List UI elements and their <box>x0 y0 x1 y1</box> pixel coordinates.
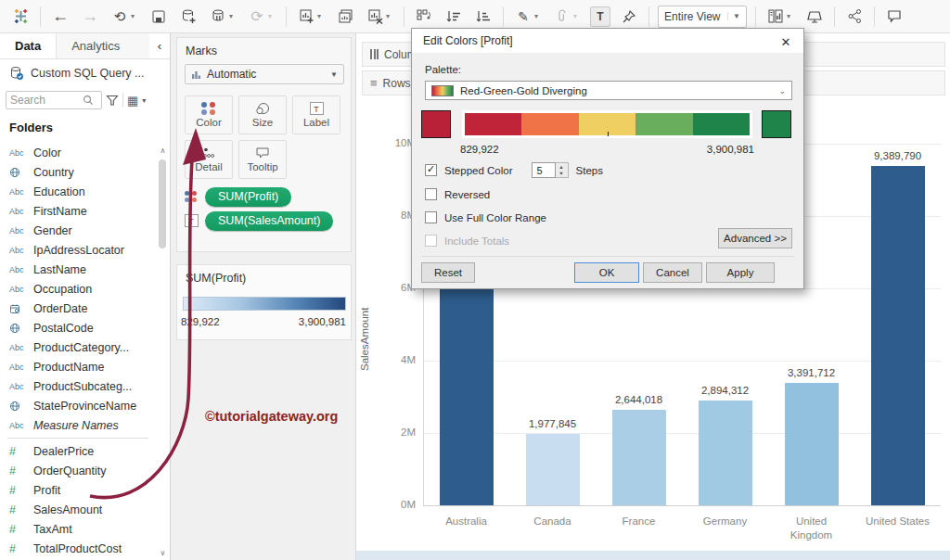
scrollbar-thumb[interactable] <box>159 159 166 248</box>
field-item-measure-names[interactable]: AbcMeasure Names <box>0 415 156 435</box>
fix-axes-icon[interactable] <box>618 6 640 28</box>
field-item-gender[interactable]: AbcGender <box>0 221 156 240</box>
field-item-color[interactable]: AbcColor <box>0 143 156 162</box>
swap-rows-columns-icon[interactable] <box>413 6 435 28</box>
presentation-mode-icon[interactable] <box>803 6 826 28</box>
highlight-caret-icon[interactable]: ▾ <box>534 12 544 20</box>
palette-step-2[interactable] <box>521 113 578 135</box>
reversed-checkbox[interactable] <box>425 188 437 200</box>
cancel-button[interactable]: Cancel <box>643 262 702 283</box>
replay-caret-icon[interactable]: ▾ <box>131 12 140 20</box>
steps-spinner[interactable]: ▲▼ <box>556 162 569 178</box>
field-item-productname[interactable]: AbcProductName <box>0 357 156 376</box>
palette-step-1[interactable] <box>465 113 521 135</box>
datasource-item[interactable]: Custom SQL Query ... <box>0 59 170 87</box>
view-as-grid-icon[interactable]: ▦ <box>127 94 138 108</box>
field-item-dealerprice[interactable]: #DealerPrice <box>0 441 156 461</box>
palette-step-5[interactable] <box>693 113 750 135</box>
collapse-pane-icon[interactable]: ‹ <box>149 33 170 58</box>
field-item-firstname[interactable]: AbcFirstName <box>0 201 156 221</box>
field-item-education[interactable]: AbcEducation <box>0 182 156 201</box>
search-input[interactable] <box>10 94 83 107</box>
field-item-salesamount[interactable]: #SalesAmount <box>0 500 156 519</box>
steps-input[interactable]: 5 <box>532 162 556 178</box>
cards-caret-icon[interactable]: ▾ <box>787 12 796 20</box>
ok-button[interactable]: OK <box>574 262 639 283</box>
bar-australia[interactable] <box>440 289 494 505</box>
field-item-productsubcateg[interactable]: AbcProductSubcateg... <box>0 376 156 396</box>
clear-sheet-caret-icon[interactable]: ▾ <box>386 12 395 20</box>
pill-sum-salesamount[interactable]: SUM(SalesAmount) <box>205 211 333 231</box>
field-item-totalproductcost[interactable]: #TotalProductCost <box>0 539 156 558</box>
pause-caret-icon[interactable]: ▾ <box>229 12 238 20</box>
legend-gradient[interactable] <box>183 297 346 311</box>
field-item-postalcode[interactable]: PostalCode <box>0 318 156 337</box>
ramp-center-tick[interactable] <box>608 132 610 136</box>
field-item-country[interactable]: Country <box>0 162 156 182</box>
bottom-scroll-strip[interactable] <box>356 551 950 560</box>
forward-icon[interactable]: → <box>79 6 101 28</box>
advanced-button[interactable]: Advanced >> <box>718 228 792 248</box>
color-button[interactable]: Color <box>185 95 233 134</box>
bar-united-states[interactable] <box>871 166 925 505</box>
tooltip-icon[interactable] <box>883 6 905 28</box>
full-color-range-checkbox[interactable] <box>425 211 437 223</box>
field-list-scrollbar[interactable]: ∧ ∨ <box>157 145 169 558</box>
fit-view-select[interactable]: Entire View ▼ <box>658 6 747 28</box>
tab-analytics[interactable]: Analytics <box>56 33 149 58</box>
new-worksheet-caret-icon[interactable]: ▾ <box>317 12 327 20</box>
clear-sheet-icon[interactable] <box>364 6 386 28</box>
close-icon[interactable]: ✕ <box>777 33 794 50</box>
start-color-swatch[interactable] <box>421 110 451 138</box>
field-item-stateprovincename[interactable]: StateProvinceName <box>0 396 156 415</box>
reset-button[interactable]: Reset <box>421 262 475 283</box>
back-icon[interactable]: ← <box>49 6 71 28</box>
field-item-lastname[interactable]: AbcLastName <box>0 260 156 279</box>
bar-united-kingdom[interactable] <box>785 383 839 505</box>
end-color-swatch[interactable] <box>762 110 791 138</box>
highlight-icon[interactable]: ✎ <box>512 6 534 28</box>
save-icon[interactable] <box>148 6 170 28</box>
field-item-orderdate[interactable]: OrderDate <box>0 299 156 318</box>
bar-germany[interactable] <box>699 401 752 505</box>
size-button[interactable]: Size <box>238 95 287 134</box>
dialog-titlebar[interactable]: Edit Colors [Profit] <box>412 29 803 53</box>
field-item-taxamt[interactable]: #TaxAmt <box>0 519 156 539</box>
sort-ascending-icon[interactable] <box>443 6 465 28</box>
pill-sum-profit[interactable]: SUM(Profit) <box>205 187 291 207</box>
run-updates-icon[interactable]: ⟳ <box>246 6 268 28</box>
run-updates-caret-icon[interactable]: ▾ <box>268 12 277 20</box>
replay-icon[interactable]: ⟲ <box>109 6 131 28</box>
stepped-color-checkbox[interactable] <box>425 164 437 176</box>
field-item-occupation[interactable]: AbcOccupation <box>0 279 156 299</box>
scroll-down-icon[interactable]: ∨ <box>157 547 169 558</box>
field-item-orderquantity[interactable]: #OrderQuantity <box>0 461 156 480</box>
apply-button[interactable]: Apply <box>706 262 775 283</box>
tab-data[interactable]: Data <box>0 33 56 58</box>
palette-select[interactable]: Red-Green-Gold Diverging ⌄ <box>425 81 792 100</box>
palette-step-4[interactable] <box>635 113 692 135</box>
color-ramp[interactable] <box>462 110 752 138</box>
share-icon[interactable] <box>843 6 866 28</box>
bar-france[interactable] <box>612 410 666 505</box>
pause-auto-updates-icon[interactable] <box>207 6 229 28</box>
search-box[interactable] <box>6 91 102 109</box>
show-hide-cards-icon[interactable] <box>764 6 787 28</box>
field-item-ipaddresslocator[interactable]: AbcIpAddressLocator <box>0 240 156 260</box>
scroll-up-icon[interactable]: ∧ <box>157 145 169 156</box>
duplicate-sheet-icon[interactable] <box>334 6 356 28</box>
show-mark-labels-icon[interactable]: T <box>590 6 610 27</box>
bar-canada[interactable] <box>526 434 580 505</box>
mark-type-select[interactable]: Automatic ▼ <box>185 64 344 84</box>
label-button[interactable]: T Label <box>292 95 340 134</box>
field-item-profit[interactable]: #Profit <box>0 480 156 500</box>
detail-button[interactable]: Detail <box>185 140 233 179</box>
grid-caret-icon[interactable]: ▾ <box>142 96 146 105</box>
group-members-icon[interactable] <box>551 6 573 28</box>
filter-icon[interactable] <box>106 95 119 107</box>
field-item-productcategory[interactable]: AbcProductCategory... <box>0 337 156 357</box>
sort-descending-icon[interactable] <box>472 6 494 28</box>
new-worksheet-icon[interactable] <box>295 6 317 28</box>
group-caret-icon[interactable]: ▾ <box>573 12 583 20</box>
tooltip-button[interactable]: Tooltip <box>238 140 287 179</box>
